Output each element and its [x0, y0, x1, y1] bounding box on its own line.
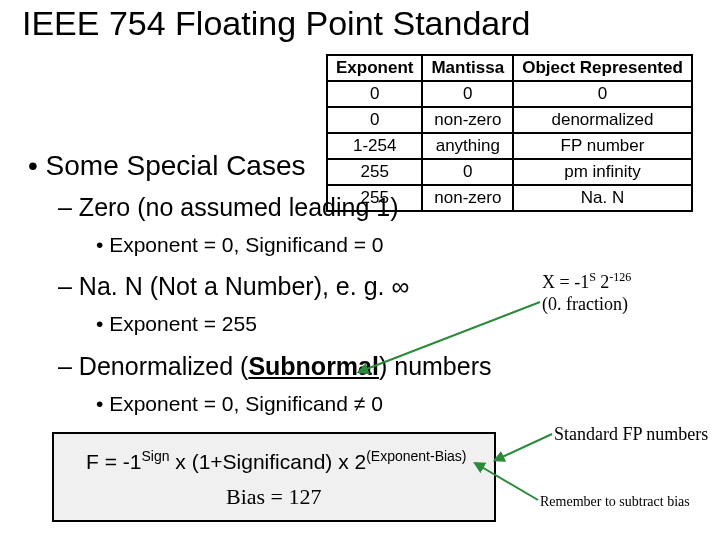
table-row: 0non-zerodenormalized — [327, 107, 692, 133]
case-zero: Zero (no assumed leading 1) — [58, 193, 398, 222]
arrow-fp-formula — [500, 434, 552, 458]
case-nan-detail: Exponent = 255 — [96, 312, 257, 336]
subnormal-word: Subnormal — [248, 352, 379, 380]
case-nan: Na. N (Not a Number), e. g. ∞ — [58, 272, 409, 301]
fp-formula: F = -1Sign x (1+Significand) x 2(Exponen… — [86, 448, 467, 474]
encoding-table: Exponent Mantissa Object Represented 000… — [326, 54, 693, 212]
case-denormalized: Denormalized (Subnormal) numbers — [58, 352, 492, 381]
table-row: 000 — [327, 81, 692, 107]
bias-reminder-annotation: Remember to subtract bias — [540, 494, 690, 510]
fp-number-annotation: Standard FP numbers — [554, 424, 708, 445]
case-denorm-detail: Exponent = 0, Significand ≠ 0 — [96, 392, 383, 416]
table-row: 1-254anythingFP number — [327, 133, 692, 159]
denorm-suffix: ) numbers — [379, 352, 492, 380]
denorm-prefix: Denormalized ( — [79, 352, 249, 380]
case-zero-detail: Exponent = 0, Significand = 0 — [96, 233, 384, 257]
col-object: Object Represented — [513, 55, 692, 81]
bullet-special-cases: Some Special Cases — [28, 150, 306, 182]
slide-title: IEEE 754 Floating Point Standard — [22, 4, 530, 43]
bias-value: Bias = 127 — [226, 484, 322, 510]
table-header-row: Exponent Mantissa Object Represented — [327, 55, 692, 81]
subnormal-formula-annotation: X = -1S 2-126 (0. fraction) — [542, 270, 631, 315]
table-row: 2550pm infinity — [327, 159, 692, 185]
col-mantissa: Mantissa — [422, 55, 513, 81]
col-exponent: Exponent — [327, 55, 422, 81]
